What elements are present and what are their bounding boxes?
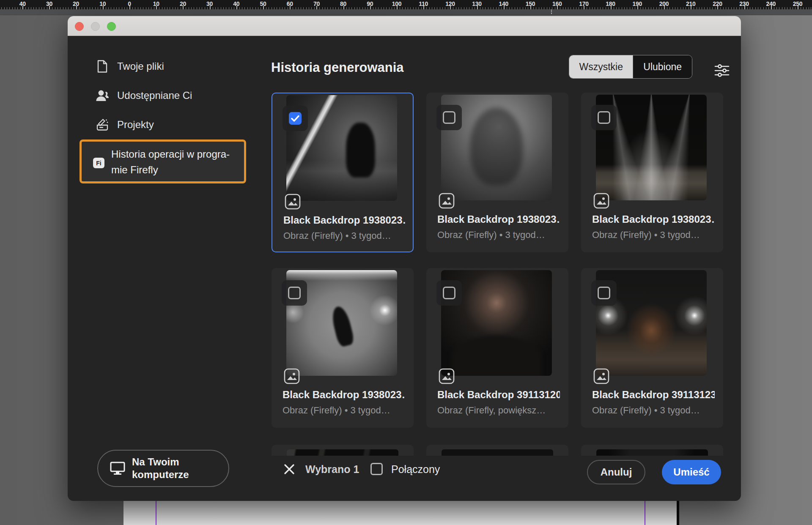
generation-card-partial[interactable] [272, 445, 414, 456]
card-title: Black Backdrop 39113120… [437, 389, 560, 401]
linked-checkbox[interactable] [370, 463, 383, 475]
card-checkbox[interactable] [282, 280, 307, 306]
on-your-computer-button[interactable]: Na Twoim komputerze [97, 450, 229, 487]
checkbox-unchecked-icon [443, 287, 455, 299]
card-subtitle: Obraz (Firefly) • 3 tygod… [592, 230, 715, 241]
selection-count-label: Wybrano 1 [305, 463, 359, 476]
sidebar-item-firefly-history[interactable]: Fi Historia operacji w progra- mie Firef… [80, 139, 246, 183]
sidebar-item-shared[interactable]: Udostępniane Ci [80, 86, 250, 105]
ruler-tick [530, 6, 531, 9]
image-type-icon [593, 192, 610, 209]
zoom-window-button[interactable] [107, 22, 116, 31]
card-subtitle: Obraz (Firefly) • 3 tygod… [283, 230, 406, 241]
generation-card[interactable]: Black Backdrop 1938023… Obraz (Firefly) … [272, 93, 414, 252]
ruler-tick [611, 6, 612, 9]
ruler-strip [0, 9, 812, 15]
ruler-tick [236, 6, 237, 9]
document-edge [677, 500, 679, 525]
ruler-tick [664, 6, 665, 9]
firefly-badge-icon: Fi [93, 158, 104, 168]
card-title: Black Backdrop 1938023… [283, 214, 406, 226]
ruler-tick [397, 6, 398, 9]
generation-card-partial[interactable] [581, 445, 723, 456]
image-type-icon [283, 368, 300, 385]
card-checkbox[interactable] [436, 280, 462, 306]
ruler-tick [263, 6, 264, 9]
card-checkbox[interactable] [591, 105, 617, 130]
ruler-tick [744, 6, 745, 9]
image-type-icon [438, 368, 455, 385]
close-window-button[interactable] [75, 22, 84, 31]
generation-card[interactable]: Black Backdrop 39113123… Obraz (Firefly)… [581, 268, 723, 428]
ruler-tick [22, 6, 23, 9]
generation-card[interactable]: Black Backdrop 1938023… Obraz (Firefly) … [581, 93, 723, 252]
ruler-tick [477, 6, 478, 9]
page-title: Historia generowania [271, 60, 404, 75]
sliders-icon [714, 63, 730, 78]
ruler-tick [691, 6, 691, 9]
card-title: Black Backdrop 39113123… [592, 389, 715, 401]
ruler-tick [557, 6, 558, 9]
dialog-titlebar[interactable] [68, 16, 741, 36]
card-subtitle: Obraz (Firefly) • 3 tygod… [437, 230, 560, 241]
linked-label: Połączony [391, 463, 440, 476]
ruler-tick [771, 6, 772, 9]
ruler-tick [129, 6, 130, 9]
file-icon [95, 60, 110, 73]
sidebar-item-label: Twoje pliki [117, 60, 164, 72]
guide-line [645, 500, 645, 525]
ruler-tick [584, 6, 584, 9]
projects-icon [95, 118, 110, 131]
card-thumbnail [442, 449, 553, 456]
sidebar-item-projects[interactable]: Projekty [80, 115, 250, 134]
canvas-document [123, 500, 678, 525]
generation-card[interactable]: Black Backdrop 1938023… Obraz (Firefly) … [272, 268, 414, 428]
sidebar-item-label: Projekty [117, 119, 154, 131]
ruler-tick [423, 6, 424, 9]
ruler-tick [717, 6, 718, 9]
checkbox-unchecked-icon [288, 287, 301, 299]
card-subtitle: Obraz (Firefly) • 3 tygod… [283, 405, 405, 416]
horizontal-ruler[interactable]: 0403020100102030405060708090100110120130… [0, 0, 812, 9]
card-subtitle: Obraz (Firefly) • 3 tygod… [592, 405, 715, 416]
ruler-cursor-marker [551, 10, 552, 14]
place-button[interactable]: Umieść [662, 460, 721, 484]
tab-favorites[interactable]: Ulubione [633, 55, 692, 78]
ruler-tick [343, 6, 344, 9]
ruler-tick [156, 6, 157, 9]
sidebar-item-label: Udostępniane Ci [117, 90, 192, 101]
filter-settings-button[interactable] [714, 63, 730, 79]
cancel-button[interactable]: Anuluj [587, 460, 645, 484]
generation-card[interactable]: Black Backdrop 1938023… Obraz (Firefly) … [426, 93, 568, 252]
sidebar-item-your-files[interactable]: Twoje pliki [80, 57, 250, 76]
ruler-tick [504, 6, 505, 9]
sidebar-item-label: Historia operacji w progra- mie Firefly [111, 146, 238, 178]
card-thumbnail [596, 449, 708, 456]
ruler-tick [103, 6, 104, 9]
clear-selection-button[interactable] [283, 462, 296, 476]
generation-card[interactable]: Black Backdrop 39113120… Obraz (Firefly,… [426, 268, 568, 428]
ruler-tick [290, 6, 291, 9]
checkbox-unchecked-icon [443, 111, 455, 124]
checkbox-unchecked-icon [598, 111, 610, 124]
card-checkbox[interactable] [283, 106, 308, 131]
card-thumbnail [287, 449, 398, 456]
checkbox-unchecked-icon [598, 287, 610, 299]
card-title: Black Backdrop 1938023… [592, 213, 715, 225]
generation-history-dialog: Twoje pliki Udostępniane Ci Projekty Fi … [68, 16, 741, 501]
ruler-tick [450, 6, 451, 9]
ruler-tick [76, 6, 77, 9]
photoshop-workspace: 0403020100102030405060708090100110120130… [0, 0, 812, 525]
checkbox-checked-icon [289, 112, 302, 125]
ruler-tick [798, 6, 798, 9]
minimize-window-button[interactable] [91, 22, 100, 31]
ruler-tick [316, 6, 317, 9]
generation-card-partial[interactable] [426, 445, 568, 456]
filter-toggle: Wszystkie Ulubione [569, 55, 692, 79]
card-title: Black Backdrop 1938023… [283, 389, 405, 401]
card-checkbox[interactable] [591, 280, 617, 306]
ruler-tick [637, 6, 638, 9]
card-checkbox[interactable] [436, 105, 462, 130]
tab-all[interactable]: Wszystkie [569, 55, 633, 78]
people-icon [95, 90, 110, 101]
